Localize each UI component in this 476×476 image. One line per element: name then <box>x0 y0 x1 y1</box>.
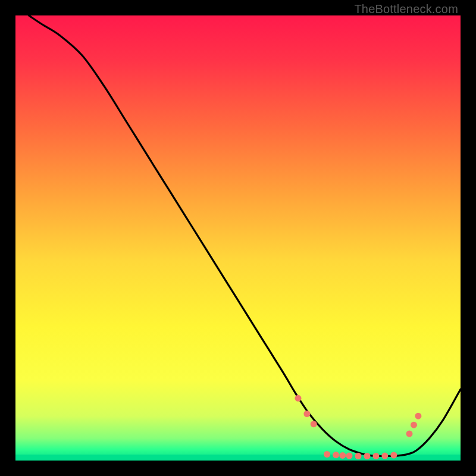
gradient-background <box>15 15 461 461</box>
marker-dot <box>324 451 330 458</box>
marker-dot <box>411 422 417 428</box>
marker-dot <box>303 411 310 417</box>
chart-frame <box>15 15 461 461</box>
marker-dot <box>355 453 362 459</box>
marker-dot <box>333 452 339 458</box>
marker-dot <box>406 431 413 437</box>
marker-dot <box>311 421 317 427</box>
bottleneck-chart <box>15 15 461 461</box>
watermark-text: TheBottleneck.com <box>354 2 458 16</box>
marker-dot <box>364 453 370 459</box>
marker-dot <box>415 413 421 419</box>
marker-dot <box>346 453 353 459</box>
marker-dot <box>339 452 346 459</box>
marker-dot <box>295 395 302 402</box>
marker-dot <box>390 452 397 459</box>
marker-dot <box>381 453 388 459</box>
marker-dot <box>372 453 379 459</box>
